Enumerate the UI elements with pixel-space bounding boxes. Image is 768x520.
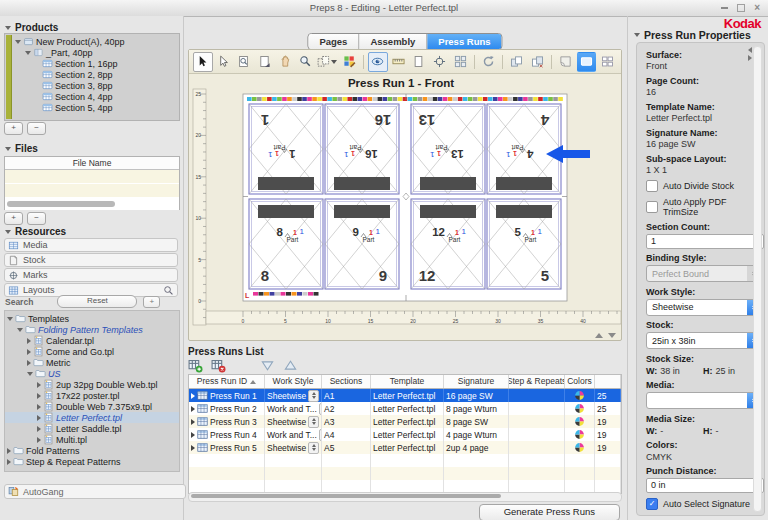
row-disclosure-icon[interactable] [191,445,195,451]
group-pages-button[interactable] [507,52,527,72]
generate-press-runs-button[interactable]: Generate Press Runs [479,504,620,520]
add-press-run-button[interactable] [188,358,203,375]
binding-style-select[interactable]: Perfect Bound [646,265,762,282]
expand-triangle-icon[interactable] [7,317,13,321]
tree-item-letter-saddle-tpl[interactable]: Letter Saddle.tpl [5,423,179,434]
maximize-icon[interactable] [737,4,745,12]
stepper-icon[interactable] [308,390,319,402]
checkbox-icon[interactable]: ✓ [646,498,658,510]
checkbox-icon[interactable] [646,180,658,192]
row-disclosure-icon[interactable] [191,432,195,438]
collapse-triangle-icon[interactable] [7,448,11,454]
tree-item-17x22-poster-tpl[interactable]: 17x22 poster.tpl [5,390,179,401]
work-style-cell[interactable]: Sheetwise [265,441,322,454]
column-header-sections[interactable]: Sections [322,375,371,388]
row-disclosure-icon[interactable] [191,406,195,412]
delete-press-run-button[interactable] [211,358,226,375]
colors-cell[interactable] [565,428,595,441]
collapse-triangle-icon[interactable] [27,360,31,366]
files-scrollbar[interactable] [5,198,179,210]
tab-pages[interactable]: Pages [308,34,359,49]
minimize-icon[interactable] [721,7,728,9]
column-header-colors[interactable]: Colors [565,375,595,388]
remove-product-button[interactable]: − [27,122,46,135]
stepper-icon[interactable] [308,442,319,454]
press-sheet-canvas[interactable]: Press Run 1 - FrontL11Part111616Part1113… [189,73,621,341]
collapse-triangle-icon[interactable] [7,459,11,465]
expand-triangle-icon[interactable] [25,51,31,55]
collapse-triangle-icon[interactable] [37,415,41,421]
colors-cell[interactable] [565,402,595,415]
collapse-triangle-icon[interactable] [37,404,41,410]
scroll-up-icon[interactable] [595,333,603,338]
stock-select[interactable]: 25in x 38in [646,332,762,349]
press-run-row[interactable]: Press Run 1SheetwiseA1Letter Perfect.tpl… [189,389,621,402]
column-header-template[interactable]: Template [371,375,444,388]
product-item-section-1-16pp[interactable]: Section 1, 16pp [13,58,179,69]
auto-select-signature-checkbox[interactable]: ✓Auto Select Signature [646,498,754,510]
fit-view-button[interactable] [450,52,470,72]
tree-item-us[interactable]: US [5,368,179,379]
resource-item-marks[interactable]: Marks [4,268,178,282]
collapse-triangle-icon[interactable] [37,426,41,432]
tree-item-multi-tpl[interactable]: Multi.tpl [5,434,179,445]
work-style-select[interactable]: Sheetwise [646,299,762,316]
collapse-triangle-icon[interactable] [37,382,41,388]
expand-triangle-icon[interactable] [27,372,33,376]
colors-cell[interactable] [565,389,595,402]
zoom-page-button[interactable] [234,52,254,72]
row-disclosure-icon[interactable] [191,393,195,399]
next-surface-icon[interactable] [748,55,752,61]
page-curl-view-button[interactable] [556,52,576,72]
auto-divide-stock-checkbox[interactable]: Auto Divide Stock [646,180,754,192]
multi-view-button[interactable] [597,52,617,72]
resources-section-header[interactable]: Resources [5,226,66,237]
add-file-button[interactable]: + [4,212,23,225]
reset-button[interactable]: Reset [57,295,137,308]
signature-information-button[interactable]: Signature Information [646,515,765,516]
empty-table-row[interactable] [189,467,621,480]
colors-cell[interactable] [565,441,595,454]
press-run-row[interactable]: Press Run 4Work and T...A4Letter Perfect… [189,428,621,441]
properties-scrollbar[interactable] [753,46,762,512]
center-target-button[interactable] [430,52,450,72]
tree-item-templates[interactable]: Templates [5,313,179,324]
collapse-triangle-icon[interactable] [37,437,41,443]
work-style-cell[interactable]: Sheetwise [265,415,322,428]
select-arrow-button[interactable] [193,52,213,72]
tree-item-step-repeat-patterns[interactable]: Step & Repeat Patterns [5,456,179,467]
add-search-button[interactable]: + [143,296,160,308]
single-page-button[interactable] [409,52,429,72]
tree-item-metric[interactable]: Metric [5,357,179,368]
press-run-row[interactable]: Press Run 2Work and T...A2Letter Perfect… [189,402,621,415]
tree-item-come-and-go-tpl[interactable]: Come and Go.tpl [5,346,179,357]
row-disclosure-icon[interactable] [191,419,195,425]
tree-item-folding-pattern-templates[interactable]: Folding Pattern Templates [5,324,179,335]
refresh-button[interactable] [479,52,499,72]
preview-eye-button[interactable] [368,52,388,72]
move-up-button[interactable] [283,358,298,375]
work-style-cell[interactable]: Work and T... [265,402,322,415]
colors-cell[interactable] [565,415,595,428]
column-header-press-run-id[interactable]: Press Run ID [189,375,265,388]
column-header-work-style[interactable]: Work Style [265,375,322,388]
punch-distance-input[interactable]: 0 in [646,478,764,493]
measure-ruler-button[interactable] [389,52,409,72]
files-section-header[interactable]: Files [5,143,38,154]
auto-apply-pdf-trimsize-checkbox[interactable]: Auto Apply PDF TrimSize [646,197,754,217]
resource-item-stock[interactable]: Stock [4,253,178,267]
direct-select-button[interactable] [214,52,234,72]
column-header-signature[interactable]: Signature [444,375,509,388]
collapse-triangle-icon[interactable] [27,349,31,355]
files-column-header[interactable]: File Name [5,157,179,170]
press-run-row[interactable]: Press Run 3SheetwiseA3Letter Perfect.tpl… [189,415,621,428]
empty-table-row[interactable] [189,454,621,467]
tree-item-calendar-tpl[interactable]: Calendar.tpl [5,335,179,346]
new-page-button[interactable] [255,52,275,72]
pan-hand-button[interactable] [275,52,295,72]
add-product-button[interactable]: + [4,122,23,135]
checkbox-icon[interactable] [646,201,658,213]
section-count-input[interactable]: 1 [646,234,764,249]
tab-assembly[interactable]: Assembly [359,34,427,49]
resource-item-media[interactable]: Media [4,238,178,252]
